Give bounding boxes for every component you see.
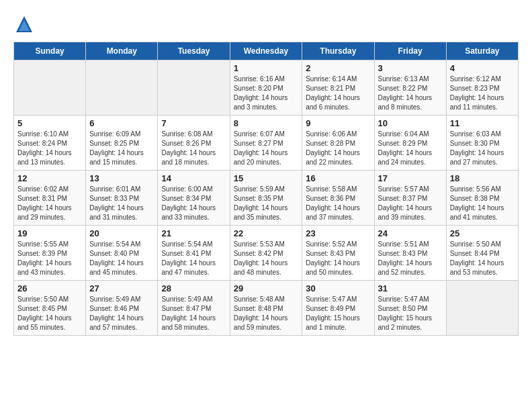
calendar-cell: 23Sunrise: 5:52 AM Sunset: 8:43 PM Dayli… [302, 226, 374, 281]
weekday-header: Thursday [302, 42, 374, 60]
day-info: Sunrise: 6:10 AM Sunset: 8:24 PM Dayligh… [17, 130, 82, 167]
day-number: 28 [161, 283, 226, 293]
day-info: Sunrise: 5:58 AM Sunset: 8:36 PM Dayligh… [306, 185, 370, 222]
calendar-cell: 7Sunrise: 6:08 AM Sunset: 8:26 PM Daylig… [158, 116, 230, 171]
calendar-cell [86, 60, 158, 116]
day-info: Sunrise: 6:03 AM Sunset: 8:30 PM Dayligh… [450, 130, 515, 167]
day-number: 12 [17, 173, 82, 183]
day-info: Sunrise: 5:50 AM Sunset: 8:45 PM Dayligh… [17, 295, 82, 332]
calendar-cell: 24Sunrise: 5:51 AM Sunset: 8:43 PM Dayli… [374, 226, 446, 281]
header-row: SundayMondayTuesdayWednesdayThursdayFrid… [14, 42, 519, 60]
day-number: 21 [161, 228, 226, 238]
day-info: Sunrise: 5:48 AM Sunset: 8:48 PM Dayligh… [234, 295, 299, 332]
day-info: Sunrise: 5:53 AM Sunset: 8:42 PM Dayligh… [234, 240, 299, 277]
calendar-cell: 2Sunrise: 6:14 AM Sunset: 8:21 PM Daylig… [302, 60, 374, 116]
day-info: Sunrise: 6:12 AM Sunset: 8:23 PM Dayligh… [450, 75, 515, 112]
day-info: Sunrise: 6:13 AM Sunset: 8:22 PM Dayligh… [378, 75, 443, 112]
logo [13, 13, 39, 35]
calendar-cell [158, 60, 230, 116]
day-number: 18 [450, 173, 515, 183]
calendar-cell: 11Sunrise: 6:03 AM Sunset: 8:30 PM Dayli… [446, 116, 518, 171]
page-header [13, 13, 519, 35]
day-number: 9 [306, 118, 370, 128]
calendar-cell: 5Sunrise: 6:10 AM Sunset: 8:24 PM Daylig… [14, 116, 86, 171]
day-number: 7 [161, 118, 226, 128]
day-info: Sunrise: 5:52 AM Sunset: 8:43 PM Dayligh… [306, 240, 370, 277]
day-info: Sunrise: 6:01 AM Sunset: 8:33 PM Dayligh… [89, 185, 154, 222]
calendar-cell: 21Sunrise: 5:54 AM Sunset: 8:41 PM Dayli… [158, 226, 230, 281]
calendar-cell: 30Sunrise: 5:47 AM Sunset: 8:49 PM Dayli… [302, 281, 374, 336]
calendar-cell: 19Sunrise: 5:55 AM Sunset: 8:39 PM Dayli… [14, 226, 86, 281]
day-number: 4 [450, 63, 515, 73]
calendar-week-row: 5Sunrise: 6:10 AM Sunset: 8:24 PM Daylig… [14, 116, 519, 171]
day-number: 6 [89, 118, 154, 128]
day-info: Sunrise: 6:06 AM Sunset: 8:28 PM Dayligh… [306, 130, 370, 167]
day-number: 17 [378, 173, 443, 183]
calendar-cell: 26Sunrise: 5:50 AM Sunset: 8:45 PM Dayli… [14, 281, 86, 336]
calendar-cell: 13Sunrise: 6:01 AM Sunset: 8:33 PM Dayli… [86, 171, 158, 226]
calendar-cell: 18Sunrise: 5:56 AM Sunset: 8:38 PM Dayli… [446, 171, 518, 226]
day-info: Sunrise: 5:55 AM Sunset: 8:39 PM Dayligh… [17, 240, 82, 277]
day-info: Sunrise: 5:49 AM Sunset: 8:47 PM Dayligh… [161, 295, 226, 332]
calendar-cell: 4Sunrise: 6:12 AM Sunset: 8:23 PM Daylig… [446, 60, 518, 116]
calendar-cell: 31Sunrise: 5:47 AM Sunset: 8:50 PM Dayli… [374, 281, 446, 336]
calendar-cell: 29Sunrise: 5:48 AM Sunset: 8:48 PM Dayli… [230, 281, 302, 336]
day-number: 23 [306, 228, 370, 238]
calendar-cell: 25Sunrise: 5:50 AM Sunset: 8:44 PM Dayli… [446, 226, 518, 281]
calendar-cell: 27Sunrise: 5:49 AM Sunset: 8:46 PM Dayli… [86, 281, 158, 336]
day-number: 8 [234, 118, 299, 128]
day-info: Sunrise: 5:54 AM Sunset: 8:41 PM Dayligh… [161, 240, 226, 277]
day-info: Sunrise: 5:54 AM Sunset: 8:40 PM Dayligh… [89, 240, 154, 277]
day-number: 26 [17, 283, 82, 293]
day-number: 16 [306, 173, 370, 183]
weekday-header: Wednesday [230, 42, 302, 60]
calendar-table: SundayMondayTuesdayWednesdayThursdayFrid… [13, 42, 519, 336]
day-number: 20 [89, 228, 154, 238]
calendar-week-row: 19Sunrise: 5:55 AM Sunset: 8:39 PM Dayli… [14, 226, 519, 281]
calendar-cell: 20Sunrise: 5:54 AM Sunset: 8:40 PM Dayli… [86, 226, 158, 281]
day-info: Sunrise: 6:02 AM Sunset: 8:31 PM Dayligh… [17, 185, 82, 222]
logo-icon [13, 13, 35, 35]
calendar-cell: 9Sunrise: 6:06 AM Sunset: 8:28 PM Daylig… [302, 116, 374, 171]
weekday-header: Tuesday [158, 42, 230, 60]
day-number: 22 [234, 228, 299, 238]
day-info: Sunrise: 6:00 AM Sunset: 8:34 PM Dayligh… [161, 185, 226, 222]
day-info: Sunrise: 6:04 AM Sunset: 8:29 PM Dayligh… [378, 130, 443, 167]
calendar-cell: 15Sunrise: 5:59 AM Sunset: 8:35 PM Dayli… [230, 171, 302, 226]
weekday-header: Saturday [446, 42, 518, 60]
day-number: 27 [89, 283, 154, 293]
calendar-cell: 14Sunrise: 6:00 AM Sunset: 8:34 PM Dayli… [158, 171, 230, 226]
day-number: 3 [378, 63, 443, 73]
calendar-cell [14, 60, 86, 116]
day-info: Sunrise: 5:51 AM Sunset: 8:43 PM Dayligh… [378, 240, 443, 277]
day-number: 10 [378, 118, 443, 128]
day-number: 13 [89, 173, 154, 183]
calendar-cell: 6Sunrise: 6:09 AM Sunset: 8:25 PM Daylig… [86, 116, 158, 171]
day-number: 2 [306, 63, 370, 73]
day-info: Sunrise: 6:14 AM Sunset: 8:21 PM Dayligh… [306, 75, 370, 112]
weekday-header: Monday [86, 42, 158, 60]
day-number: 15 [234, 173, 299, 183]
day-number: 30 [306, 283, 370, 293]
day-info: Sunrise: 6:09 AM Sunset: 8:25 PM Dayligh… [89, 130, 154, 167]
day-info: Sunrise: 5:49 AM Sunset: 8:46 PM Dayligh… [89, 295, 154, 332]
calendar-cell: 10Sunrise: 6:04 AM Sunset: 8:29 PM Dayli… [374, 116, 446, 171]
day-info: Sunrise: 5:56 AM Sunset: 8:38 PM Dayligh… [450, 185, 515, 222]
day-number: 14 [161, 173, 226, 183]
day-number: 25 [450, 228, 515, 238]
calendar-week-row: 1Sunrise: 6:16 AM Sunset: 8:20 PM Daylig… [14, 60, 519, 116]
calendar-cell: 1Sunrise: 6:16 AM Sunset: 8:20 PM Daylig… [230, 60, 302, 116]
day-info: Sunrise: 5:57 AM Sunset: 8:37 PM Dayligh… [378, 185, 443, 222]
day-info: Sunrise: 5:59 AM Sunset: 8:35 PM Dayligh… [234, 185, 299, 222]
calendar-cell [446, 281, 518, 336]
day-number: 11 [450, 118, 515, 128]
day-number: 1 [234, 63, 299, 73]
calendar-cell: 16Sunrise: 5:58 AM Sunset: 8:36 PM Dayli… [302, 171, 374, 226]
day-number: 5 [17, 118, 82, 128]
weekday-header: Friday [374, 42, 446, 60]
calendar-cell: 3Sunrise: 6:13 AM Sunset: 8:22 PM Daylig… [374, 60, 446, 116]
calendar-cell: 28Sunrise: 5:49 AM Sunset: 8:47 PM Dayli… [158, 281, 230, 336]
day-info: Sunrise: 5:50 AM Sunset: 8:44 PM Dayligh… [450, 240, 515, 277]
calendar-cell: 22Sunrise: 5:53 AM Sunset: 8:42 PM Dayli… [230, 226, 302, 281]
day-number: 31 [378, 283, 443, 293]
